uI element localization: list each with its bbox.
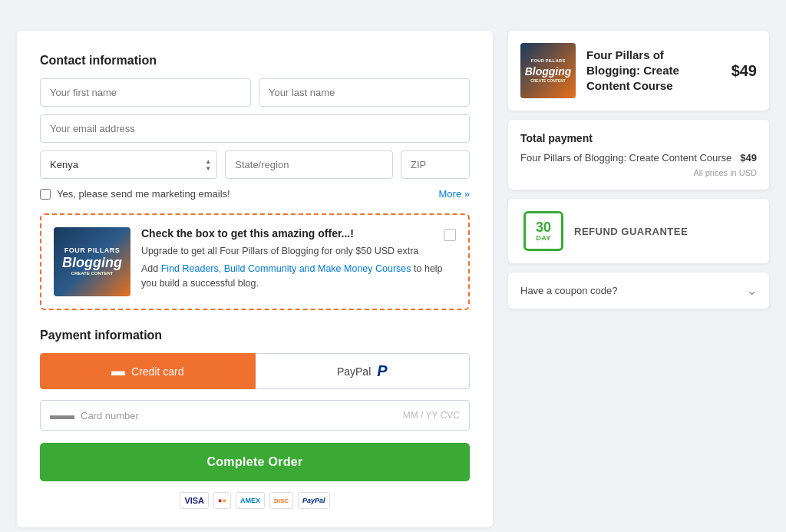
total-card: Total payment Four Pillars of Blogging: … (508, 120, 769, 190)
upsell-checkbox[interactable] (444, 229, 456, 241)
checkout-form: Contact information Kenya United States … (17, 31, 493, 527)
paypal-label: PayPal (337, 365, 371, 378)
credit-card-tab[interactable]: ▬ Credit card (40, 353, 256, 389)
state-input[interactable] (225, 150, 393, 179)
usd-note: All prices in USD (520, 168, 757, 177)
upsell-highlight: Find Readers, Build Community and Make M… (161, 263, 411, 274)
total-row: Four Pillars of Blogging: Create Content… (520, 152, 757, 164)
upsell-desc2: Add Find Readers, Build Community and Ma… (141, 262, 456, 291)
total-item-label: Four Pillars of Blogging: Create Content… (520, 152, 740, 164)
total-item-price: $49 (740, 152, 757, 164)
amex-logo: AMEX (236, 492, 265, 509)
marketing-checkbox[interactable] (40, 189, 51, 200)
card-date-cvc: MM / YY CVC (403, 410, 460, 421)
contact-section-title: Contact information (40, 54, 470, 68)
more-link[interactable]: More » (439, 188, 470, 200)
paypal-icon: P (377, 362, 387, 380)
refund-badge: 30 DAY (523, 211, 563, 251)
upsell-checkbox-row: Check the box to get this amazing offer.… (141, 227, 456, 244)
payment-section-title: Payment information (40, 329, 470, 342)
product-thumbnail: FOUR PILLARS Blogging CREATE CONTENT (520, 43, 576, 98)
marketing-label: Yes, please send me marketing emails! (57, 188, 230, 200)
card-number-label: Card number (81, 410, 403, 421)
email-input[interactable] (40, 114, 470, 143)
visa-logo: VISA (180, 492, 209, 509)
upsell-title: Check the box to get this amazing offer.… (141, 227, 354, 240)
country-select-wrapper: Kenya United States United Kingdom ▲ ▼ (40, 150, 217, 179)
zip-input[interactable] (401, 150, 470, 179)
coupon-row[interactable]: Have a coupon code? ⌄ (508, 273, 769, 309)
order-summary: FOUR PILLARS Blogging CREATE CONTENT Fou… (508, 31, 769, 527)
location-row: Kenya United States United Kingdom ▲ ▼ (40, 150, 470, 179)
name-row (40, 78, 470, 107)
first-name-input[interactable] (40, 78, 251, 107)
product-card: FOUR PILLARS Blogging CREATE CONTENT Fou… (508, 31, 769, 111)
last-name-input[interactable] (259, 78, 470, 107)
coupon-label: Have a coupon code? (520, 285, 617, 296)
complete-order-button[interactable]: Complete Order (40, 443, 470, 481)
country-select[interactable]: Kenya United States United Kingdom (40, 150, 217, 179)
refund-card: 30 DAY REFUND GUARANTEE (508, 199, 769, 263)
payment-tabs: ▬ Credit card PayPal P (40, 353, 470, 389)
upsell-desc1: Upgrade to get all Four Pillars of Blogg… (141, 244, 456, 259)
upsell-content: Check the box to get this amazing offer.… (141, 227, 456, 293)
card-number-row: ▬▬ Card number MM / YY CVC (40, 400, 470, 431)
total-title: Total payment (520, 132, 757, 144)
upsell-box: FOUR PILLARS Blogging CREATE CONTENT Che… (40, 213, 470, 310)
credit-card-icon: ▬ (111, 363, 125, 379)
marketing-row: Yes, please send me marketing emails! Mo… (40, 188, 470, 200)
mastercard-logo: ●● (213, 492, 231, 509)
product-name: Four Pillars of Blogging: Create Content… (586, 48, 721, 94)
discover-logo: DISC (269, 492, 293, 509)
refund-day-label: DAY (536, 234, 551, 242)
upsell-product-image: FOUR PILLARS Blogging CREATE CONTENT (54, 227, 130, 296)
card-small-icon: ▬▬ (50, 408, 74, 422)
paypal-footer-logo: PayPal (298, 492, 330, 509)
card-logos-row: VISA ●● AMEX DISC PayPal (40, 492, 470, 509)
product-info: Four Pillars of Blogging: Create Content… (586, 48, 721, 94)
chevron-down-icon: ⌄ (747, 283, 757, 298)
refund-days: 30 (536, 220, 551, 234)
email-row (40, 114, 470, 143)
paypal-tab[interactable]: PayPal P (256, 353, 471, 389)
credit-card-label: Credit card (131, 365, 183, 378)
product-price: $49 (732, 62, 757, 80)
refund-guarantee-text: REFUND GUARANTEE (574, 226, 688, 237)
